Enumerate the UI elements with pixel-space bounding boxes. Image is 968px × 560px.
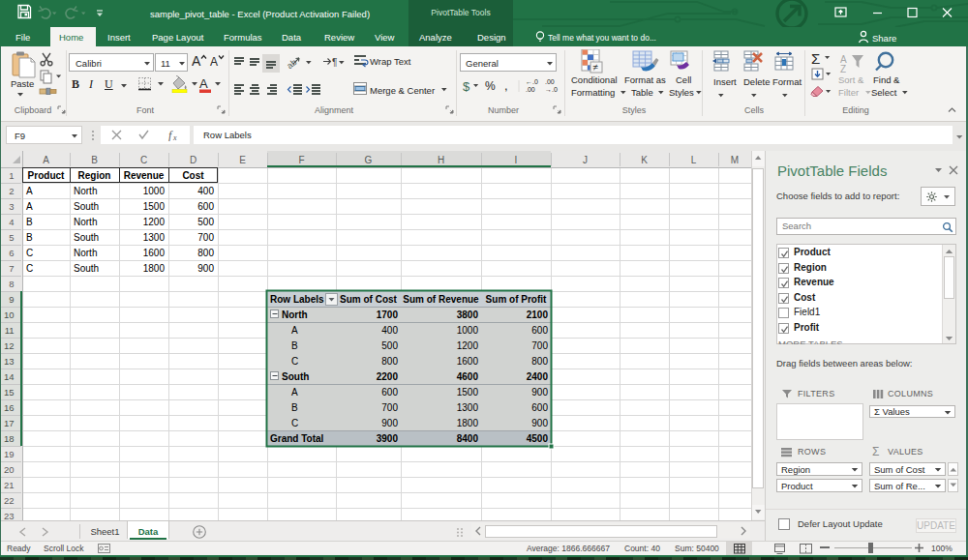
svg-text:C: C: [26, 263, 33, 274]
svg-text:1500: 1500: [457, 387, 479, 398]
svg-text:A: A: [291, 325, 298, 336]
svg-text:1000: 1000: [457, 325, 479, 336]
svg-text:10: 10: [4, 309, 15, 320]
svg-text:1600: 1600: [457, 356, 479, 367]
svg-text:L: L: [691, 155, 697, 165]
svg-text:8400: 8400: [457, 433, 479, 444]
svg-text:800: 800: [197, 248, 214, 258]
svg-text:A: A: [210, 55, 218, 69]
svg-text:Format: Format: [772, 76, 802, 87]
svg-text:4500: 4500: [527, 433, 549, 444]
svg-text:B: B: [291, 402, 298, 413]
svg-text:20: 20: [4, 464, 15, 475]
svg-text:Merge & Center: Merge & Center: [370, 85, 435, 96]
svg-text:I: I: [515, 155, 518, 165]
svg-text:.00: .00: [545, 78, 555, 85]
svg-text:Find &: Find &: [873, 74, 900, 85]
svg-text:Sum of Revenue: Sum of Revenue: [403, 294, 479, 305]
svg-text:16: 16: [4, 402, 15, 413]
svg-text:Wrap Text: Wrap Text: [370, 56, 411, 67]
svg-text:12: 12: [4, 340, 15, 351]
svg-text:1600: 1600: [143, 248, 166, 258]
svg-text:x: x: [172, 133, 177, 141]
svg-text:1700: 1700: [377, 309, 399, 320]
svg-text:Format as: Format as: [624, 74, 666, 85]
svg-text:15: 15: [4, 387, 15, 398]
svg-text:600: 600: [381, 387, 398, 398]
svg-text:D: D: [190, 155, 197, 165]
svg-text:Formatting: Formatting: [571, 87, 615, 98]
svg-text:Region: Region: [78, 170, 111, 181]
svg-text:C: C: [140, 155, 147, 165]
svg-text:1200: 1200: [143, 217, 166, 227]
svg-text:A: A: [199, 76, 208, 91]
svg-text:ab: ab: [285, 57, 298, 71]
svg-text:Row Labels: Row Labels: [270, 294, 324, 305]
svg-text:2100: 2100: [527, 309, 549, 320]
svg-text:North: North: [74, 217, 97, 227]
svg-text:Insert: Insert: [713, 76, 737, 87]
svg-text:Paste: Paste: [11, 78, 34, 89]
svg-text:North: North: [74, 186, 97, 196]
svg-text:A: A: [291, 387, 298, 398]
svg-text:North: North: [282, 309, 308, 320]
svg-text:11: 11: [5, 325, 15, 336]
svg-text:900: 900: [197, 263, 214, 274]
svg-text:Filter: Filter: [838, 87, 859, 98]
svg-text:900: 900: [381, 418, 398, 428]
svg-text:900: 900: [531, 418, 548, 428]
svg-text:South: South: [74, 263, 99, 274]
svg-text:Grand Total: Grand Total: [270, 433, 324, 444]
svg-text:3900: 3900: [377, 433, 399, 444]
svg-text:South: South: [74, 201, 99, 212]
svg-text:18: 18: [4, 433, 15, 444]
svg-text:400: 400: [197, 186, 214, 196]
svg-text:1300: 1300: [457, 402, 479, 413]
svg-text:Table: Table: [631, 87, 653, 98]
svg-text:Delete: Delete: [743, 76, 770, 87]
svg-text:Σ: Σ: [811, 50, 820, 67]
svg-text:C: C: [26, 248, 33, 258]
svg-text:1800: 1800: [457, 418, 479, 428]
svg-text:Cost: Cost: [182, 170, 204, 181]
svg-text:800: 800: [381, 356, 398, 367]
svg-text:South: South: [282, 371, 309, 382]
svg-text:Z: Z: [840, 64, 846, 74]
svg-text:7: 7: [9, 263, 14, 274]
svg-text:K: K: [641, 155, 648, 165]
svg-text:500: 500: [381, 340, 398, 351]
svg-text:17: 17: [4, 418, 15, 428]
svg-text:F: F: [298, 155, 304, 165]
svg-text:4600: 4600: [457, 371, 479, 382]
svg-text:Select: Select: [871, 87, 897, 98]
svg-text:A: A: [26, 201, 33, 212]
svg-text:,: ,: [504, 78, 508, 93]
svg-text:1500: 1500: [143, 201, 166, 212]
svg-text:Conditional: Conditional: [571, 74, 618, 85]
svg-text:¶: ¶: [332, 57, 337, 68]
svg-text:21: 21: [4, 480, 15, 490]
svg-text:900: 900: [531, 387, 548, 398]
svg-text:B: B: [26, 217, 33, 227]
svg-text:600: 600: [531, 402, 548, 413]
svg-text:700: 700: [381, 402, 398, 413]
svg-text:500: 500: [197, 217, 214, 227]
svg-text:13: 13: [4, 356, 15, 367]
svg-text:5: 5: [9, 232, 14, 243]
svg-text:H: H: [438, 155, 444, 165]
svg-text:1: 1: [9, 170, 14, 181]
svg-text:M: M: [731, 155, 739, 165]
svg-text:Sum of Cost: Sum of Cost: [340, 294, 398, 305]
svg-text:Sum of Profit: Sum of Profit: [486, 294, 547, 305]
svg-text:22: 22: [4, 495, 15, 506]
svg-text:Styles: Styles: [669, 87, 694, 98]
svg-text:G: G: [365, 155, 373, 165]
svg-text:800: 800: [531, 356, 548, 367]
svg-text:600: 600: [531, 325, 548, 336]
svg-text:1200: 1200: [457, 340, 479, 351]
svg-text:9: 9: [9, 294, 14, 305]
svg-text:B: B: [91, 155, 98, 165]
svg-text:Product: Product: [28, 170, 65, 181]
svg-text:E: E: [239, 155, 246, 165]
svg-text:4: 4: [9, 217, 14, 227]
